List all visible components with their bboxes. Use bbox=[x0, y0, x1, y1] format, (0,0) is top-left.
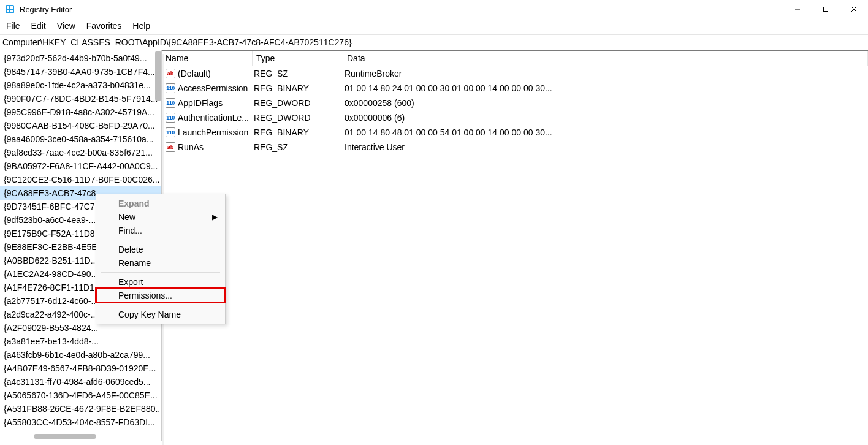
value-type: REG_SZ bbox=[253, 66, 343, 81]
value-name: AppIDFlags bbox=[178, 96, 223, 110]
tree-item[interactable]: {A55803CC-4D53-404c-8557-FD63DI... bbox=[0, 416, 161, 429]
svg-rect-6 bbox=[824, 7, 828, 12]
menu-view[interactable]: View bbox=[57, 21, 75, 31]
close-button[interactable] bbox=[840, 0, 868, 18]
tree-item[interactable]: {995C996E-D918-4a8c-A302-45719A... bbox=[0, 105, 161, 119]
tree-item[interactable]: {9aa46009-3ce0-458a-a354-715610a... bbox=[0, 132, 161, 146]
tree-item[interactable]: {a463fcb9-6b1c-4e0d-a80b-a2ca799... bbox=[0, 348, 161, 362]
column-header-name[interactable]: Name bbox=[162, 51, 253, 66]
string-value-icon: ab bbox=[166, 69, 175, 78]
tree-item[interactable]: {a4c31131-ff70-4984-afd6-0609ced5... bbox=[0, 375, 161, 389]
address-bar[interactable]: Computer\HKEY_CLASSES_ROOT\AppID\{9CA88E… bbox=[0, 34, 868, 50]
value-name: AuthenticationLe... bbox=[178, 110, 249, 125]
binary-value-icon: 110 bbox=[166, 113, 175, 123]
maximize-button[interactable] bbox=[812, 0, 840, 18]
svg-rect-1 bbox=[7, 6, 9, 9]
value-type: REG_DWORD bbox=[253, 96, 343, 110]
tree-item[interactable]: {9BA05972-F6A8-11CF-A442-00A0C9... bbox=[0, 159, 161, 173]
tree-vertical-scrollbar-thumb[interactable] bbox=[155, 51, 161, 101]
value-type: REG_BINARY bbox=[253, 81, 343, 96]
minimize-button[interactable] bbox=[783, 0, 812, 18]
context-menu-permissions[interactable]: Permissions... bbox=[96, 289, 225, 302]
title-bar: Registry Editor bbox=[0, 0, 868, 18]
binary-value-icon: 110 bbox=[166, 127, 175, 137]
value-data: Interactive User bbox=[343, 140, 868, 154]
context-menu-separator bbox=[101, 305, 220, 305]
value-row[interactable]: abRunAs REG_SZ Interactive User bbox=[162, 140, 868, 154]
value-row[interactable]: 110LaunchPermission REG_BINARY 01 00 14 … bbox=[162, 125, 868, 140]
binary-value-icon: 110 bbox=[166, 83, 175, 93]
tree-item[interactable]: {9980CAAB-B154-408C-B5FD-29A70... bbox=[0, 119, 161, 132]
value-name: LaunchPermission bbox=[178, 125, 248, 140]
values-pane: Name Type Data ab(Default) REG_SZ Runtim… bbox=[162, 50, 868, 441]
value-type: REG_SZ bbox=[253, 140, 343, 154]
value-data: 01 00 14 80 24 01 00 00 30 01 00 00 14 0… bbox=[343, 81, 868, 96]
context-menu-separator bbox=[101, 240, 220, 240]
tree-item[interactable]: {A4B07E49-6567-4FB8-8D39-01920E... bbox=[0, 362, 161, 375]
value-row[interactable]: 110AccessPermission REG_BINARY 01 00 14 … bbox=[162, 81, 868, 96]
value-name: (Default) bbox=[178, 66, 211, 81]
tree-item[interactable]: {98a89e0c-1fde-4c2a-a373-b04831e... bbox=[0, 78, 161, 92]
value-name: RunAs bbox=[178, 140, 204, 154]
context-menu-delete[interactable]: Delete bbox=[96, 243, 225, 256]
context-menu-copy-key-name[interactable]: Copy Key Name bbox=[96, 308, 225, 321]
tree-item[interactable]: {A531FB88-26CE-4672-9F8E-B2EF880... bbox=[0, 402, 161, 416]
context-menu-separator bbox=[101, 272, 220, 273]
tree-item[interactable]: {973d20d7-562d-44b9-b70b-5a0f49... bbox=[0, 51, 161, 65]
tree-horizontal-scrollbar-thumb[interactable] bbox=[34, 434, 96, 439]
window-title: Registry Editor bbox=[20, 5, 72, 14]
context-menu-new[interactable]: New ▶ bbox=[96, 210, 225, 224]
value-row[interactable]: ab(Default) REG_SZ RuntimeBroker bbox=[162, 66, 868, 81]
svg-rect-4 bbox=[10, 10, 13, 12]
tree-item[interactable]: {98457147-39B0-4AA0-9735-1CB7F4... bbox=[0, 65, 161, 78]
svg-rect-2 bbox=[10, 6, 13, 9]
string-value-icon: ab bbox=[166, 142, 175, 152]
window-controls bbox=[783, 0, 868, 18]
value-data: RuntimeBroker bbox=[343, 66, 868, 81]
value-row[interactable]: 110AppIDFlags REG_DWORD 0x00000258 (600) bbox=[162, 96, 868, 110]
chevron-right-icon: ▶ bbox=[212, 213, 218, 221]
context-menu-export[interactable]: Export bbox=[96, 275, 225, 289]
column-header-data[interactable]: Data bbox=[343, 51, 868, 66]
binary-value-icon: 110 bbox=[166, 98, 175, 108]
svg-rect-3 bbox=[7, 10, 9, 12]
tree-context-menu: Expand New ▶ Find... Delete Rename Expor… bbox=[96, 194, 226, 324]
value-data: 0x00000006 (6) bbox=[343, 110, 868, 125]
tree-item[interactable]: {9af8cd33-7aae-4cc2-b00a-835f6721... bbox=[0, 146, 161, 159]
menu-edit[interactable]: Edit bbox=[31, 21, 46, 31]
menu-help[interactable]: Help bbox=[132, 21, 150, 31]
menu-favorites[interactable]: Favorites bbox=[86, 21, 122, 31]
context-menu-find[interactable]: Find... bbox=[96, 224, 225, 237]
context-menu-rename[interactable]: Rename bbox=[96, 256, 225, 270]
context-menu-label: New bbox=[118, 212, 135, 222]
tree-item[interactable]: {A5065670-136D-4FD6-A45F-00C85E... bbox=[0, 389, 161, 402]
tree-item[interactable]: {9C120CE2-C516-11D7-B0FE-00C026... bbox=[0, 173, 161, 186]
column-header-type[interactable]: Type bbox=[253, 51, 343, 66]
value-row[interactable]: 110AuthenticationLe... REG_DWORD 0x00000… bbox=[162, 110, 868, 125]
registry-editor-icon bbox=[5, 4, 15, 14]
value-data: 0x00000258 (600) bbox=[343, 96, 868, 110]
menu-bar: File Edit View Favorites Help bbox=[0, 18, 868, 34]
tree-item[interactable]: {a3a81ee7-be13-4dd8-... bbox=[0, 335, 161, 348]
value-data: 01 00 14 80 48 01 00 00 54 01 00 00 14 0… bbox=[343, 125, 868, 140]
tree-item[interactable]: {990F07C7-78DC-4BD2-B145-5F7914... bbox=[0, 92, 161, 105]
value-type: REG_DWORD bbox=[253, 110, 343, 125]
value-name: AccessPermission bbox=[178, 81, 248, 96]
menu-file[interactable]: File bbox=[6, 21, 20, 31]
context-menu-expand: Expand bbox=[96, 197, 225, 210]
values-header: Name Type Data bbox=[162, 51, 868, 66]
value-type: REG_BINARY bbox=[253, 125, 343, 140]
